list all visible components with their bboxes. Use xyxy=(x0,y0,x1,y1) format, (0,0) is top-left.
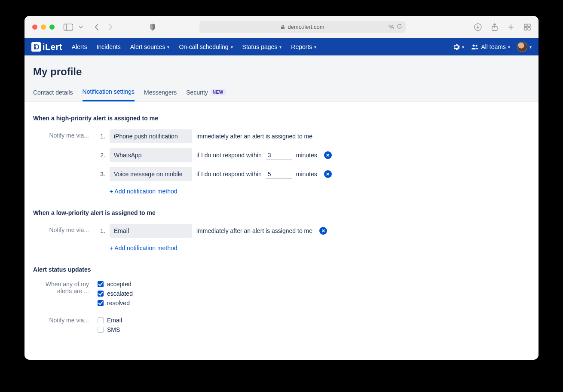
remove-rule-button[interactable]: ✕ xyxy=(324,151,332,159)
close-window-button[interactable] xyxy=(32,24,37,30)
new-badge: NEW xyxy=(211,89,226,95)
svg-rect-0 xyxy=(64,24,73,30)
checkbox-label: Email xyxy=(107,317,122,324)
checkbox-label: escalated xyxy=(107,290,133,297)
nav-item-on-call-scheduling[interactable]: On-call scheduling▾ xyxy=(179,43,233,50)
rule-number: 3. xyxy=(98,171,105,178)
checkbox[interactable] xyxy=(98,300,104,306)
nav-item-label: Incidents xyxy=(97,43,121,50)
minutes-input[interactable] xyxy=(266,170,292,179)
method-select[interactable]: Email xyxy=(110,224,192,238)
chevron-down-icon: ▾ xyxy=(279,45,282,49)
rule-number: 1. xyxy=(98,133,105,140)
checkbox-label: accepted xyxy=(107,281,132,288)
user-menu[interactable]: ▾ xyxy=(517,42,532,52)
forward-button[interactable] xyxy=(108,23,113,31)
tab-security[interactable]: SecurityNEW xyxy=(186,88,225,101)
form-label: When any of my alerts are ... xyxy=(33,281,98,294)
form-label: Notify me via... xyxy=(33,224,98,233)
svg-point-9 xyxy=(34,44,36,46)
add-notification-method-link[interactable]: + Add notification method xyxy=(110,188,177,195)
tab-notification-settings[interactable]: Notification settings xyxy=(83,88,135,101)
rule-text: if I do not respond within xyxy=(196,171,262,178)
nav-item-reports[interactable]: Reports▾ xyxy=(291,43,316,50)
svg-point-12 xyxy=(476,45,477,47)
team-icon xyxy=(471,44,479,50)
back-button[interactable] xyxy=(94,23,99,31)
nav-item-status-pages[interactable]: Status pages▾ xyxy=(242,43,282,50)
section-title: When a low-priority alert is assigned to… xyxy=(33,209,530,216)
notification-rule: 1.Emailimmediately after an alert is ass… xyxy=(98,224,530,238)
chevron-down-icon: ▾ xyxy=(508,45,510,49)
chevron-down-icon: ▾ xyxy=(314,45,316,49)
svg-rect-10 xyxy=(34,46,36,49)
privacy-shield-icon[interactable] xyxy=(149,23,156,31)
content-area: When a high-priority alert is assigned t… xyxy=(24,102,539,359)
nav-item-label: On-call scheduling xyxy=(179,43,228,50)
team-selector[interactable]: All teams ▾ xyxy=(471,43,510,50)
rule-text: immediately after an alert is assigned t… xyxy=(196,133,312,140)
url-text: demo.ilert.com xyxy=(288,24,324,30)
form-label: Notify me via... xyxy=(33,129,98,139)
address-bar[interactable]: demo.ilert.com ᴬA xyxy=(199,21,406,33)
minimize-window-button[interactable] xyxy=(41,24,46,30)
rule-text: minutes xyxy=(296,152,317,159)
checkbox-option: Email xyxy=(98,317,530,324)
svg-point-11 xyxy=(473,45,475,47)
checkbox-option: accepted xyxy=(98,281,530,288)
section-high-priority: When a high-priority alert is assigned t… xyxy=(33,115,530,195)
tab-label: Security xyxy=(186,89,208,96)
share-icon[interactable] xyxy=(491,23,498,31)
chevron-down-icon: ▾ xyxy=(167,45,169,49)
downloads-icon[interactable] xyxy=(474,23,482,31)
reader-icon[interactable]: ᴬA xyxy=(389,24,393,30)
svg-rect-5 xyxy=(524,24,527,27)
nav-item-label: Alert sources xyxy=(130,43,165,50)
gear-icon xyxy=(453,43,460,50)
logo-icon xyxy=(31,42,41,52)
section-title: Alert status updates xyxy=(33,266,530,273)
checkbox[interactable] xyxy=(98,327,104,333)
nav-item-incidents[interactable]: Incidents xyxy=(97,43,121,50)
section-title: When a high-priority alert is assigned t… xyxy=(33,115,530,122)
section-status-updates: Alert status updates When any of my aler… xyxy=(33,266,530,336)
tab-overview-icon[interactable] xyxy=(524,23,531,31)
checkbox[interactable] xyxy=(98,281,104,287)
avatar xyxy=(517,42,527,52)
new-tab-icon[interactable] xyxy=(508,23,514,31)
method-select[interactable]: WhatsApp xyxy=(110,148,192,162)
checkbox[interactable] xyxy=(98,291,104,297)
rule-text: if I do not respond within xyxy=(196,152,262,159)
rule-number: 1. xyxy=(98,227,105,234)
nav-item-alert-sources[interactable]: Alert sources▾ xyxy=(130,43,170,50)
tab-label: Notification settings xyxy=(83,88,135,95)
tab-contact-details[interactable]: Contact details xyxy=(33,88,73,101)
window-controls xyxy=(32,24,55,30)
brand-logo[interactable]: iLert xyxy=(31,42,62,52)
remove-rule-button[interactable]: ✕ xyxy=(319,227,327,235)
method-select[interactable]: Voice message on mobile xyxy=(110,167,192,181)
add-notification-method-link[interactable]: + Add notification method xyxy=(110,245,177,251)
reload-icon[interactable] xyxy=(397,24,402,30)
form-label: Notify me via... xyxy=(33,317,98,324)
page-header: My profile Contact detailsNotification s… xyxy=(24,55,539,102)
checkbox-option: resolved xyxy=(98,300,530,306)
team-label: All teams xyxy=(481,43,506,50)
brand-name: iLert xyxy=(43,42,62,52)
remove-rule-button[interactable]: ✕ xyxy=(324,170,332,178)
maximize-window-button[interactable] xyxy=(49,24,55,30)
chevron-down-icon[interactable] xyxy=(79,26,83,28)
nav-item-label: Status pages xyxy=(242,43,278,50)
method-select[interactable]: iPhone push notification xyxy=(110,129,192,143)
settings-menu[interactable]: ▾ xyxy=(453,43,464,50)
tab-messengers[interactable]: Messengers xyxy=(144,88,177,101)
minutes-input[interactable] xyxy=(266,151,292,160)
nav-item-alerts[interactable]: Alerts xyxy=(72,43,87,50)
nav-item-label: Reports xyxy=(291,43,312,50)
checkbox-option: SMS xyxy=(98,326,530,333)
rule-text: immediately after an alert is assigned t… xyxy=(196,227,312,234)
sidebar-toggle-icon[interactable] xyxy=(62,22,74,32)
checkbox[interactable] xyxy=(98,317,104,323)
notification-rule: 3.Voice message on mobileif I do not res… xyxy=(98,167,530,181)
page-title: My profile xyxy=(33,66,530,78)
